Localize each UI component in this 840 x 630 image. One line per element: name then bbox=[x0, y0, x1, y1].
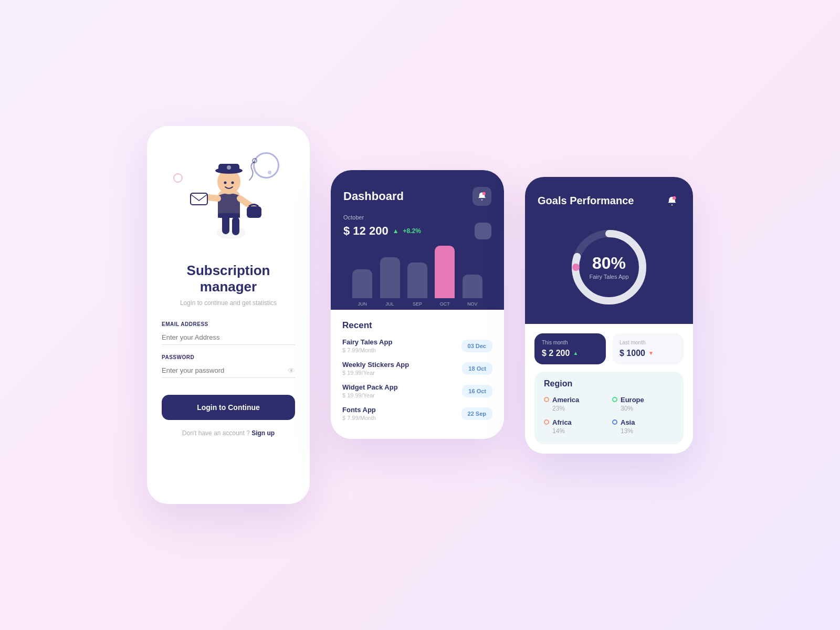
goals-top: Goals Performance bbox=[525, 177, 693, 324]
pink-circle-decoration bbox=[173, 173, 183, 183]
recent-app-name-2: Widget Pack App bbox=[342, 383, 398, 391]
login-button[interactable]: Login to Continue bbox=[162, 395, 295, 420]
svg-point-8 bbox=[227, 165, 231, 170]
recent-date-badge-0[interactable]: 03 Dec bbox=[461, 340, 492, 352]
recent-app-price-2: $ 19.99/Year bbox=[342, 392, 398, 398]
donut-indicator-dot bbox=[572, 264, 580, 271]
europe-name: Europe bbox=[621, 396, 644, 404]
bar-chart: JUN JUL SEP OCT NOV bbox=[343, 242, 491, 310]
recent-item-0: Fairy Tales App $ 7.99/Month 03 Dec bbox=[342, 338, 492, 353]
goals-bell-icon bbox=[667, 196, 677, 206]
region-grid: America 23% Europe 30% bbox=[544, 396, 674, 435]
america-name: America bbox=[552, 396, 579, 404]
bar-sep-bar bbox=[407, 262, 427, 298]
recent-item-1-info: Weekly Stickers App $ 19.99/Year bbox=[342, 361, 409, 376]
dashboard-percent: +8.2% bbox=[403, 227, 421, 235]
bar-jul-bar bbox=[380, 257, 400, 298]
goals-bell-button[interactable] bbox=[664, 193, 680, 209]
svg-rect-13 bbox=[247, 206, 261, 218]
donut-chart-wrapper: 80% Fairy Tales App bbox=[567, 225, 651, 309]
region-item-africa: Africa 14% bbox=[544, 418, 606, 435]
recent-app-price-3: $ 7.99/Month bbox=[342, 415, 376, 421]
recent-date-badge-1[interactable]: 18 Oct bbox=[462, 362, 492, 375]
dashboard-title: Dashboard bbox=[343, 190, 404, 203]
login-screen: Subscriptionmanager Login to continue an… bbox=[147, 126, 310, 504]
africa-pct: 14% bbox=[544, 427, 606, 435]
asia-pct: 13% bbox=[612, 427, 674, 435]
region-section: Region America 23% Europe bbox=[534, 372, 684, 444]
europe-dot bbox=[612, 397, 617, 402]
recent-item-2: Widget Pack App $ 19.99/Year 16 Oct bbox=[342, 383, 492, 398]
bar-sep: SEP bbox=[407, 262, 427, 310]
bar-sep-label: SEP bbox=[413, 301, 422, 310]
bar-jun-bar bbox=[352, 269, 372, 298]
bar-oct: OCT bbox=[435, 246, 455, 310]
donut-chart-area: 80% Fairy Tales App bbox=[538, 220, 680, 309]
asia-dot bbox=[612, 419, 617, 425]
africa-name: Africa bbox=[552, 418, 572, 426]
america-dot bbox=[544, 397, 549, 402]
region-title: Region bbox=[544, 379, 674, 388]
illustration-area bbox=[162, 142, 295, 257]
last-month-arrow-icon: ▼ bbox=[648, 350, 654, 356]
dashboard-header: Dashboard bbox=[343, 187, 491, 206]
svg-rect-2 bbox=[232, 217, 239, 235]
password-label: PASSWORD bbox=[162, 354, 295, 360]
europe-pct: 30% bbox=[612, 405, 674, 412]
goals-bottom: This month $ 2 200 ▲ Last month $ 1000 ▼… bbox=[525, 324, 693, 454]
this-month-amount: $ 2 200 ▲ bbox=[542, 349, 598, 358]
goals-month-section: This month $ 2 200 ▲ Last month $ 1000 ▼ bbox=[525, 324, 693, 364]
bell-icon bbox=[477, 192, 487, 201]
goals-header: Goals Performance bbox=[538, 193, 680, 209]
swap-button[interactable] bbox=[475, 223, 491, 239]
recent-app-name-1: Weekly Stickers App bbox=[342, 361, 409, 369]
dashboard-amount: $ 12 200 bbox=[343, 224, 388, 238]
recent-item-3: Fonts App $ 7.99/Month 22 Sep bbox=[342, 406, 492, 421]
recent-item-1: Weekly Stickers App $ 19.99/Year 18 Oct bbox=[342, 361, 492, 376]
email-label: EMAIL ADDRESS bbox=[162, 321, 295, 327]
donut-subtitle: Fairy Tales App bbox=[589, 274, 628, 280]
recent-app-name-3: Fonts App bbox=[342, 406, 376, 414]
bar-jul-label: JUL bbox=[386, 301, 394, 310]
recent-app-price-0: $ 7.99/Month bbox=[342, 347, 392, 353]
email-input[interactable] bbox=[162, 330, 295, 345]
bar-jun: JUN bbox=[352, 269, 372, 310]
signup-link[interactable]: Sign up bbox=[251, 429, 275, 437]
recent-date-badge-3[interactable]: 22 Sep bbox=[461, 407, 492, 420]
this-month-arrow-icon: ▲ bbox=[573, 350, 578, 356]
bar-nov: NOV bbox=[463, 275, 482, 310]
postman-illustration bbox=[186, 151, 270, 248]
goals-title: Goals Performance bbox=[538, 195, 634, 207]
recent-date-badge-2[interactable]: 16 Oct bbox=[462, 385, 492, 397]
svg-point-9 bbox=[224, 182, 227, 184]
recent-item-3-info: Fonts App $ 7.99/Month bbox=[342, 406, 376, 421]
recent-item-2-info: Widget Pack App $ 19.99/Year bbox=[342, 383, 398, 398]
bar-jul: JUL bbox=[380, 257, 400, 310]
recent-app-name-0: Fairy Tales App bbox=[342, 338, 392, 346]
region-item-europe: Europe 30% bbox=[612, 396, 674, 412]
trend-up-icon: ▲ bbox=[393, 227, 399, 235]
svg-point-10 bbox=[232, 182, 234, 184]
last-month-label: Last month bbox=[620, 340, 676, 345]
bar-oct-bar bbox=[435, 246, 455, 298]
svg-rect-14 bbox=[191, 193, 207, 205]
notification-bell-button[interactable] bbox=[472, 187, 491, 206]
eye-toggle-icon[interactable]: 👁 bbox=[288, 366, 295, 375]
email-form-group: EMAIL ADDRESS bbox=[162, 321, 295, 345]
donut-percent: 80% bbox=[589, 255, 628, 271]
goals-screen: Goals Performance bbox=[525, 177, 693, 454]
region-item-asia: Asia 13% bbox=[612, 418, 674, 435]
bar-nov-label: NOV bbox=[467, 301, 478, 310]
signup-text: Don't have an account ? Sign up bbox=[182, 429, 275, 437]
asia-name: Asia bbox=[621, 418, 635, 426]
dashboard-top: Dashboard October $ 12 200 ▲ +8.2% bbox=[331, 170, 504, 310]
password-form-group: PASSWORD 👁 bbox=[162, 354, 295, 378]
dashboard-month: October bbox=[343, 214, 491, 220]
app-title: Subscriptionmanager bbox=[187, 262, 270, 295]
password-input[interactable] bbox=[162, 363, 295, 378]
region-item-america: America 23% bbox=[544, 396, 606, 412]
svg-rect-4 bbox=[218, 213, 240, 218]
recent-title: Recent bbox=[342, 320, 492, 331]
swap-icon bbox=[479, 227, 487, 235]
app-subtitle: Login to continue and get statistics bbox=[180, 299, 277, 307]
